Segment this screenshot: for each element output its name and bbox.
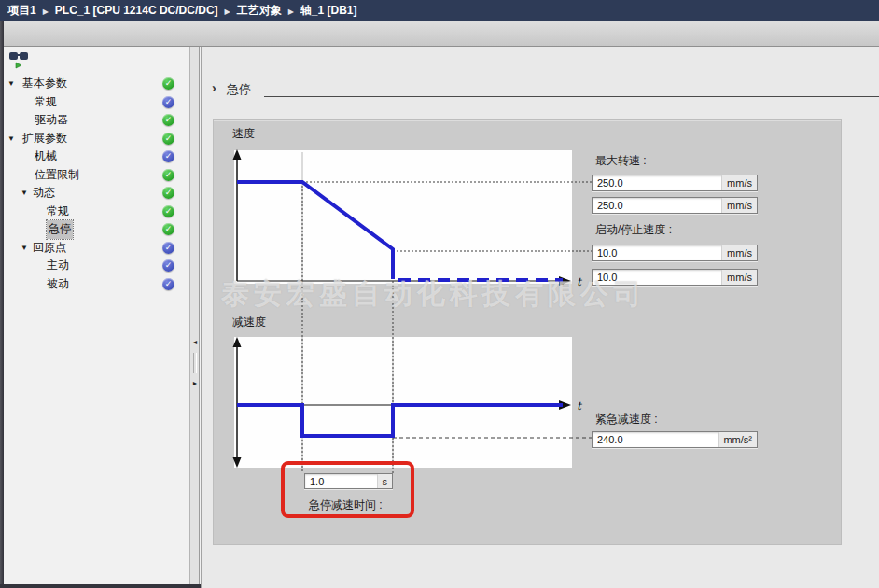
max-speed-field-2[interactable]: mm/s: [592, 197, 758, 214]
sidebar-item-label: 回原点: [33, 239, 66, 258]
sidebar-item-dynamics[interactable]: ▼动态✓: [0, 184, 189, 203]
max-speed-input-1[interactable]: [593, 175, 721, 190]
sidebar-item-extended-params[interactable]: ▼扩展参数✓: [0, 130, 189, 148]
start-stop-field-1[interactable]: mm/s: [592, 245, 758, 261]
status-info-icon: ✓: [162, 150, 174, 162]
splitter-collapse-left-icon[interactable]: ◄: [191, 339, 199, 346]
sidebar-item-label: 急停: [47, 220, 73, 239]
sidebar-bottom-edge: [0, 584, 201, 588]
start-stop-unit-2: mm/s: [721, 270, 757, 285]
sidebar-item-position-limits[interactable]: 位置限制✓: [0, 166, 189, 185]
max-speed-unit-2: mm/s: [721, 198, 757, 213]
expander-icon[interactable]: ▼: [21, 184, 28, 203]
sidebar-item-label: 扩展参数: [22, 130, 67, 148]
sidebar-item-label: 驱动器: [35, 111, 68, 130]
splitter-collapse-right-icon[interactable]: ►: [191, 380, 199, 387]
status-ok-icon: ✓: [162, 77, 174, 90]
status-ok-icon: ✓: [162, 205, 174, 217]
status-ok-icon: ✓: [162, 187, 174, 199]
status-ok-icon: ✓: [162, 223, 174, 235]
estop-time-input[interactable]: [305, 474, 377, 488]
sidebar-item-drive[interactable]: 驱动器✓: [0, 111, 189, 130]
sidebar-item-label: 常规: [47, 203, 69, 221]
sidebar-item-basic-params[interactable]: ▼基本参数✓: [0, 75, 189, 93]
parameter-tree: ▼基本参数✓常规✓驱动器✓▼扩展参数✓机械✓位置限制✓▼动态✓常规✓急停✓▼回原…: [0, 75, 189, 293]
toolbar: [0, 21, 879, 47]
decel-t-label: t: [577, 399, 582, 413]
splitter-handle[interactable]: [193, 353, 197, 373]
emergency-decel-label: 紧急减速度 :: [595, 412, 658, 427]
expander-icon[interactable]: ▼: [7, 130, 15, 148]
section-rule: [264, 96, 879, 97]
breadcrumb-separator-icon: ▶: [225, 7, 230, 15]
sidebar-item-emergency-stop[interactable]: 急停✓: [0, 220, 189, 239]
status-ok-icon: ✓: [162, 114, 174, 126]
sidebar-item-general[interactable]: 常规✓: [0, 93, 189, 112]
max-speed-field-1[interactable]: mm/s: [592, 175, 758, 191]
start-stop-speed-label: 启动/停止速度 :: [595, 222, 672, 238]
status-info-icon: ✓: [162, 96, 174, 108]
sidebar-item-label: 基本参数: [22, 75, 67, 93]
sidebar-item-homing-active[interactable]: 主动✓: [0, 257, 189, 275]
sidebar-item-label: 机械: [35, 147, 57, 166]
expander-icon[interactable]: ▼: [21, 239, 28, 258]
status-info-icon: ✓: [162, 259, 174, 272]
sidebar-item-dynamics-general[interactable]: 常规✓: [0, 203, 189, 221]
emergency-decel-unit: mm/s²: [718, 432, 757, 447]
estop-time-unit: s: [377, 474, 393, 488]
emergency-decel-input[interactable]: [593, 432, 718, 447]
start-stop-input-2[interactable]: [593, 270, 721, 285]
tia-portal-window: 项目1 ▶ PLC_1 [CPU 1214C DC/DC/DC] ▶ 工艺对象 …: [0, 0, 879, 588]
velocity-chart-plot: [234, 150, 572, 284]
breadcrumb-item-project[interactable]: 项目1: [7, 3, 36, 19]
breadcrumb-item-plc[interactable]: PLC_1 [CPU 1214C DC/DC/DC]: [55, 4, 218, 17]
start-stop-unit-1: mm/s: [721, 245, 757, 260]
status-info-icon: ✓: [162, 278, 174, 290]
sidebar-item-homing[interactable]: ▼回原点✓: [0, 239, 189, 258]
parameter-sidebar: ▼基本参数✓常规✓驱动器✓▼扩展参数✓机械✓位置限制✓▼动态✓常规✓急停✓▼回原…: [0, 47, 201, 588]
estop-time-field[interactable]: s: [304, 473, 393, 489]
max-speed-unit-1: mm/s: [721, 175, 757, 190]
emergency-decel-field[interactable]: mm/s²: [592, 431, 758, 448]
section-collapse-icon[interactable]: ›: [212, 80, 216, 95]
sidebar-splitter[interactable]: ◄ ►: [189, 47, 200, 588]
window-left-edge: [0, 21, 4, 588]
start-stop-input-1[interactable]: [593, 245, 721, 260]
max-speed-input-2[interactable]: [593, 198, 721, 213]
sidebar-item-label: 动态: [33, 184, 55, 203]
expander-icon[interactable]: ▼: [7, 75, 15, 93]
velocity-t-label: t: [577, 275, 582, 288]
max-speed-label: 最大转速 :: [595, 153, 647, 169]
sidebar-item-mechanics[interactable]: 机械✓: [0, 147, 189, 166]
sidebar-item-label: 常规: [35, 93, 57, 112]
sidebar-item-label: 被动: [47, 275, 69, 294]
deceleration-chart-plot: [234, 337, 572, 468]
emergency-stop-panel: 速度 减速度: [213, 119, 842, 545]
breadcrumb: 项目1 ▶ PLC_1 [CPU 1214C DC/DC/DC] ▶ 工艺对象 …: [0, 0, 879, 21]
breadcrumb-item-tech-objects[interactable]: 工艺对象: [237, 3, 282, 19]
breadcrumb-item-axis[interactable]: 轴_1 [DB1]: [300, 3, 357, 19]
start-stop-field-2[interactable]: mm/s: [592, 269, 758, 286]
status-info-icon: ✓: [162, 242, 174, 254]
page-title: 急停: [227, 81, 251, 98]
sidebar-item-homing-passive[interactable]: 被动✓: [0, 275, 189, 294]
breadcrumb-separator-icon: ▶: [288, 7, 294, 15]
sidebar-item-label: 主动: [47, 257, 69, 275]
sidebar-item-label: 位置限制: [35, 166, 79, 185]
status-ok-icon: ✓: [162, 133, 174, 145]
emergency-stop-page: › 急停 速度 减速度: [202, 47, 879, 588]
status-ok-icon: ✓: [162, 169, 174, 181]
function-view-icon[interactable]: [8, 51, 31, 70]
estop-time-label: 急停减速时间 :: [309, 497, 383, 513]
breadcrumb-separator-icon: ▶: [43, 7, 49, 15]
